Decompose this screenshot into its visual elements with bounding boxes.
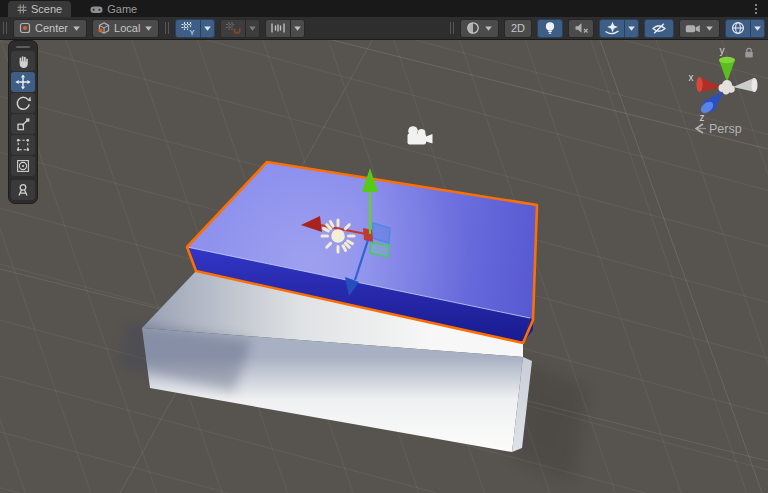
chevron-down-icon (705, 25, 714, 32)
axis-label-y: y (720, 45, 725, 56)
tab-scene-label: Scene (31, 3, 62, 15)
chevron-down-icon (72, 25, 81, 32)
eye-slash-icon (651, 22, 667, 35)
grid-snapping-dropdown[interactable] (245, 19, 260, 38)
grid-snap-magnet-icon (225, 21, 241, 35)
tool-transform-button[interactable] (11, 156, 35, 176)
orientation-mode-dropdown[interactable]: Local (92, 19, 159, 38)
scene-viewport[interactable]: y x z Persp (0, 40, 768, 493)
chevron-down-icon (144, 25, 153, 32)
grid-axis-letter: Y (190, 28, 195, 36)
tool-rect-button[interactable] (11, 135, 35, 155)
chevron-down-icon (248, 25, 257, 32)
scene-toolbar: Center Local Y (0, 17, 768, 40)
effects-dropdown[interactable] (624, 19, 639, 38)
effects-star-icon (604, 21, 620, 35)
unity-scene-window: Scene Game Center Local (0, 0, 768, 493)
grid-visibility-toggle[interactable]: Y (175, 19, 201, 38)
transform-icon (15, 158, 31, 174)
toolbar-drag-handle[interactable] (3, 22, 7, 34)
axis-label-x: x (689, 72, 694, 83)
chevron-down-icon (627, 25, 636, 32)
grid-visibility-dropdown[interactable] (200, 19, 215, 38)
tool-scale-button[interactable] (11, 114, 35, 134)
rect-tool-icon (15, 137, 31, 153)
custom-tools-icon (15, 182, 31, 198)
grid-snapping-toggle[interactable] (220, 19, 246, 38)
snap-increment-icon (270, 22, 286, 34)
lighting-toggle[interactable] (537, 19, 563, 38)
effects-toggle[interactable] (599, 19, 625, 38)
grid-icon (17, 4, 27, 14)
tool-palette (8, 40, 38, 204)
tool-custom-button[interactable] (11, 180, 35, 200)
gizmos-toggle[interactable] (725, 19, 751, 38)
rotate-icon (15, 95, 31, 111)
tool-hand-button[interactable] (11, 51, 35, 71)
tool-move-button[interactable] (11, 72, 35, 92)
chevron-down-icon (484, 25, 493, 32)
projection-label: Persp (709, 122, 742, 136)
chevron-down-icon (753, 25, 762, 32)
hand-icon (15, 53, 31, 69)
camera-icon (685, 23, 701, 34)
local-cube-icon (98, 22, 110, 34)
hidden-objects-toggle[interactable] (644, 19, 674, 38)
shading-mode-dropdown[interactable] (460, 19, 499, 38)
tool-rotate-button[interactable] (11, 93, 35, 113)
2d-toggle[interactable]: 2D (504, 19, 532, 38)
grid-y-icon: Y (180, 21, 196, 35)
gizmo-origin-cube[interactable] (363, 228, 373, 242)
toolbar-separator (450, 22, 454, 34)
snap-increment-toggle[interactable] (265, 19, 291, 38)
pivot-mode-dropdown[interactable]: Center (13, 19, 87, 38)
chevron-down-icon (293, 25, 302, 32)
snap-increment-dropdown[interactable] (290, 19, 305, 38)
palette-drag-handle[interactable] (11, 43, 35, 50)
pivot-mode-label: Center (35, 22, 68, 34)
gamepad-icon (90, 5, 103, 14)
camera-settings-dropdown[interactable] (679, 19, 720, 38)
toolbar-separator (165, 22, 169, 34)
scale-icon (15, 116, 31, 132)
gizmos-dropdown[interactable] (750, 19, 765, 38)
directional-light-icon[interactable] (322, 220, 354, 252)
audio-toggle[interactable] (568, 19, 594, 38)
tab-bar: Scene Game (0, 0, 768, 17)
light-bulb-icon (544, 21, 556, 35)
pivot-center-icon (19, 22, 31, 34)
chevron-down-icon (203, 25, 212, 32)
axis-label-z: z (700, 112, 705, 123)
audio-muted-icon (574, 22, 589, 34)
tab-scene[interactable]: Scene (8, 1, 71, 17)
tab-game-label: Game (107, 3, 137, 15)
shaded-sphere-icon (466, 21, 480, 35)
gizmo-sphere-icon (731, 21, 745, 35)
tab-game[interactable]: Game (81, 1, 146, 17)
2d-label: 2D (511, 22, 525, 34)
orientation-mode-label: Local (114, 22, 140, 34)
kebab-menu-icon[interactable] (751, 2, 761, 15)
move-icon (15, 74, 31, 90)
